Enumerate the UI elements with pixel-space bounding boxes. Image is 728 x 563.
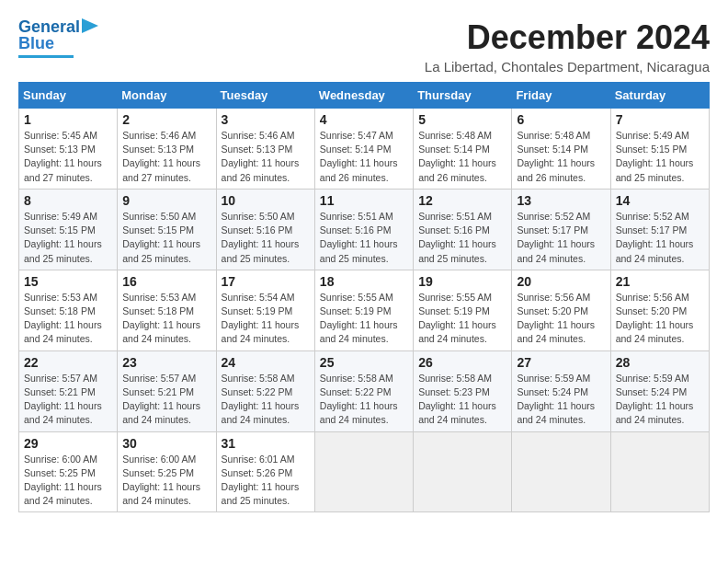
svg-marker-0 bbox=[82, 18, 98, 33]
calendar-header-row: Sunday Monday Tuesday Wednesday Thursday… bbox=[19, 83, 710, 109]
day-10: 10 Sunrise: 5:50 AMSunset: 5:16 PMDaylig… bbox=[216, 189, 314, 270]
empty-cell-2 bbox=[414, 431, 512, 512]
col-saturday: Saturday bbox=[610, 83, 709, 109]
day-2: 2 Sunrise: 5:46 AMSunset: 5:13 PMDayligh… bbox=[118, 109, 216, 190]
day-4: 4 Sunrise: 5:47 AMSunset: 5:14 PMDayligh… bbox=[314, 109, 413, 190]
day-16: 16 Sunrise: 5:53 AMSunset: 5:18 PMDaylig… bbox=[118, 270, 216, 350]
day-18: 18 Sunrise: 5:55 AMSunset: 5:19 PMDaylig… bbox=[314, 270, 413, 350]
day-30: 30 Sunrise: 6:00 AMSunset: 5:25 PMDaylig… bbox=[118, 431, 216, 512]
day-9: 9 Sunrise: 5:50 AMSunset: 5:15 PMDayligh… bbox=[118, 189, 216, 270]
day-12: 12 Sunrise: 5:51 AMSunset: 5:16 PMDaylig… bbox=[414, 189, 512, 270]
col-wednesday: Wednesday bbox=[314, 83, 413, 109]
day-28: 28 Sunrise: 5:59 AMSunset: 5:24 PMDaylig… bbox=[610, 350, 709, 431]
day-13: 13 Sunrise: 5:52 AMSunset: 5:17 PMDaylig… bbox=[512, 189, 610, 270]
week-row-3: 15 Sunrise: 5:53 AMSunset: 5:18 PMDaylig… bbox=[19, 270, 710, 350]
day-11: 11 Sunrise: 5:51 AMSunset: 5:16 PMDaylig… bbox=[314, 189, 413, 270]
day-7: 7 Sunrise: 5:49 AMSunset: 5:15 PMDayligh… bbox=[610, 109, 709, 190]
day-26: 26 Sunrise: 5:58 AMSunset: 5:23 PMDaylig… bbox=[414, 350, 512, 431]
col-sunday: Sunday bbox=[19, 83, 118, 109]
week-row-4: 22 Sunrise: 5:57 AMSunset: 5:21 PMDaylig… bbox=[19, 350, 710, 431]
page-header: General Blue December 2024 La Libertad, … bbox=[18, 18, 710, 75]
day-17: 17 Sunrise: 5:54 AMSunset: 5:19 PMDaylig… bbox=[216, 270, 314, 350]
col-thursday: Thursday bbox=[414, 83, 512, 109]
week-row-5: 29 Sunrise: 6:00 AMSunset: 5:25 PMDaylig… bbox=[19, 431, 710, 512]
logo-arrow-icon bbox=[82, 18, 98, 33]
day-29: 29 Sunrise: 6:00 AMSunset: 5:25 PMDaylig… bbox=[19, 431, 118, 512]
col-tuesday: Tuesday bbox=[216, 83, 314, 109]
day-31: 31 Sunrise: 6:01 AMSunset: 5:26 PMDaylig… bbox=[216, 431, 314, 512]
week-row-1: 1 Sunrise: 5:45 AMSunset: 5:13 PMDayligh… bbox=[19, 109, 710, 190]
empty-cell-1 bbox=[314, 431, 413, 512]
day-3: 3 Sunrise: 5:46 AMSunset: 5:13 PMDayligh… bbox=[216, 109, 314, 190]
day-19: 19 Sunrise: 5:55 AMSunset: 5:19 PMDaylig… bbox=[414, 270, 512, 350]
empty-cell-3 bbox=[512, 431, 610, 512]
logo-text-blue: Blue bbox=[18, 35, 54, 53]
logo: General Blue bbox=[18, 18, 98, 58]
day-6: 6 Sunrise: 5:48 AMSunset: 5:14 PMDayligh… bbox=[512, 109, 610, 190]
col-friday: Friday bbox=[512, 83, 610, 109]
empty-cell-4 bbox=[610, 431, 709, 512]
day-15: 15 Sunrise: 5:53 AMSunset: 5:18 PMDaylig… bbox=[19, 270, 118, 350]
calendar-table: Sunday Monday Tuesday Wednesday Thursday… bbox=[18, 82, 710, 512]
col-monday: Monday bbox=[118, 83, 216, 109]
day-21: 21 Sunrise: 5:56 AMSunset: 5:20 PMDaylig… bbox=[610, 270, 709, 350]
week-row-2: 8 Sunrise: 5:49 AMSunset: 5:15 PMDayligh… bbox=[19, 189, 710, 270]
day-20: 20 Sunrise: 5:56 AMSunset: 5:20 PMDaylig… bbox=[512, 270, 610, 350]
day-27: 27 Sunrise: 5:59 AMSunset: 5:24 PMDaylig… bbox=[512, 350, 610, 431]
day-24: 24 Sunrise: 5:58 AMSunset: 5:22 PMDaylig… bbox=[216, 350, 314, 431]
day-8: 8 Sunrise: 5:49 AMSunset: 5:15 PMDayligh… bbox=[19, 189, 118, 270]
title-block: December 2024 La Libertad, Chontales Dep… bbox=[425, 18, 710, 75]
location-title: La Libertad, Chontales Department, Nicar… bbox=[425, 59, 710, 75]
day-14: 14 Sunrise: 5:52 AMSunset: 5:17 PMDaylig… bbox=[610, 189, 709, 270]
logo-underline bbox=[18, 55, 74, 58]
day-1: 1 Sunrise: 5:45 AMSunset: 5:13 PMDayligh… bbox=[19, 109, 118, 190]
month-title: December 2024 bbox=[425, 18, 710, 57]
day-22: 22 Sunrise: 5:57 AMSunset: 5:21 PMDaylig… bbox=[19, 350, 118, 431]
day-5: 5 Sunrise: 5:48 AMSunset: 5:14 PMDayligh… bbox=[414, 109, 512, 190]
day-23: 23 Sunrise: 5:57 AMSunset: 5:21 PMDaylig… bbox=[118, 350, 216, 431]
day-25: 25 Sunrise: 5:58 AMSunset: 5:22 PMDaylig… bbox=[314, 350, 413, 431]
